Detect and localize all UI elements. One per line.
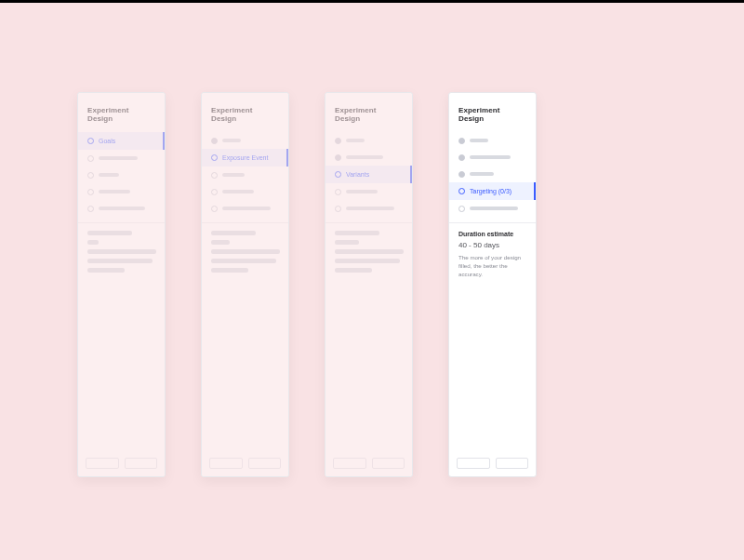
check-circle-icon bbox=[335, 154, 341, 161]
step-item[interactable] bbox=[326, 183, 412, 200]
placeholder-line bbox=[335, 249, 404, 254]
check-circle-icon bbox=[211, 138, 218, 144]
duration-estimate-section: Duration estimate 40 - 50 days The more … bbox=[449, 231, 536, 278]
check-circle-icon bbox=[458, 154, 465, 161]
card-footer bbox=[449, 458, 536, 469]
secondary-button[interactable] bbox=[86, 458, 119, 469]
placeholder-line bbox=[211, 249, 280, 254]
placeholder-line bbox=[211, 231, 256, 235]
step-item[interactable] bbox=[202, 183, 288, 200]
step-label: Exposure Event bbox=[222, 153, 268, 162]
content-placeholder bbox=[78, 231, 165, 273]
divider bbox=[202, 222, 288, 223]
steps-list: Variants bbox=[326, 132, 412, 217]
placeholder-line bbox=[470, 207, 518, 210]
step-item[interactable] bbox=[326, 132, 412, 149]
secondary-button[interactable] bbox=[209, 458, 243, 469]
placeholder-line bbox=[99, 173, 119, 177]
primary-button[interactable] bbox=[248, 458, 282, 469]
placeholder-line bbox=[222, 190, 254, 193]
card-title: Experiment Design bbox=[202, 106, 288, 132]
step-label: Targeting (0/3) bbox=[470, 187, 512, 195]
step-item[interactable] bbox=[202, 167, 288, 183]
experiment-design-card-3: Experiment Design Variants bbox=[325, 92, 413, 477]
primary-button[interactable] bbox=[496, 458, 529, 469]
step-label: Variants bbox=[346, 170, 369, 179]
radio-icon bbox=[211, 189, 218, 195]
radio-icon bbox=[211, 172, 218, 179]
card-footer bbox=[78, 458, 165, 469]
step-item[interactable] bbox=[326, 200, 412, 217]
placeholder-line bbox=[335, 231, 379, 235]
radio-icon bbox=[87, 138, 94, 144]
step-item[interactable] bbox=[78, 183, 165, 200]
check-circle-icon bbox=[335, 138, 341, 144]
placeholder-line bbox=[346, 207, 394, 210]
placeholder-line bbox=[335, 268, 372, 273]
radio-icon bbox=[335, 171, 341, 178]
step-item[interactable] bbox=[449, 200, 536, 217]
duration-estimate-value: 40 - 50 days bbox=[458, 241, 526, 249]
card-title: Experiment Design bbox=[449, 106, 536, 132]
check-circle-icon bbox=[458, 171, 465, 178]
placeholder-line bbox=[87, 249, 156, 254]
step-label: Goals bbox=[99, 137, 115, 145]
steps-list: Goals bbox=[78, 132, 165, 217]
secondary-button[interactable] bbox=[333, 458, 366, 469]
placeholder-line bbox=[87, 231, 132, 235]
radio-icon bbox=[335, 206, 341, 212]
radio-icon bbox=[458, 188, 465, 194]
step-item[interactable] bbox=[449, 132, 536, 149]
step-item[interactable] bbox=[202, 200, 288, 217]
radio-icon bbox=[458, 206, 465, 212]
divider bbox=[449, 222, 536, 223]
placeholder-line bbox=[470, 139, 488, 142]
step-item[interactable] bbox=[449, 166, 536, 182]
card-footer bbox=[326, 458, 412, 469]
primary-button[interactable] bbox=[372, 458, 405, 469]
duration-estimate-desc: The more of your design filled, the bett… bbox=[458, 253, 526, 278]
steps-list: Exposure Event bbox=[202, 132, 288, 217]
step-item[interactable] bbox=[326, 149, 412, 166]
primary-button[interactable] bbox=[125, 458, 158, 469]
placeholder-line bbox=[211, 268, 248, 273]
placeholder-line bbox=[87, 259, 153, 263]
step-item[interactable] bbox=[78, 200, 165, 217]
placeholder-line bbox=[222, 139, 241, 142]
radio-icon bbox=[87, 189, 94, 195]
content-placeholder bbox=[202, 231, 288, 273]
step-item[interactable] bbox=[78, 167, 165, 183]
step-item[interactable] bbox=[78, 150, 165, 167]
radio-icon bbox=[87, 155, 94, 162]
step-exposure-event[interactable]: Exposure Event bbox=[202, 149, 288, 167]
step-targeting[interactable]: Targeting (0/3) bbox=[449, 182, 536, 200]
placeholder-line bbox=[470, 172, 494, 176]
card-title: Experiment Design bbox=[326, 106, 412, 132]
step-variants[interactable]: Variants bbox=[326, 166, 412, 183]
divider bbox=[78, 222, 165, 223]
step-goals[interactable]: Goals bbox=[78, 132, 165, 150]
steps-list: Targeting (0/3) bbox=[449, 132, 536, 217]
radio-icon bbox=[211, 206, 218, 212]
secondary-button[interactable] bbox=[457, 458, 490, 469]
step-item[interactable] bbox=[202, 132, 288, 149]
card-title: Experiment Design bbox=[78, 106, 165, 132]
content-placeholder bbox=[326, 231, 412, 273]
placeholder-line bbox=[346, 155, 383, 159]
card-footer bbox=[202, 458, 288, 469]
placeholder-line bbox=[346, 190, 378, 193]
placeholder-line bbox=[335, 240, 359, 245]
radio-icon bbox=[87, 206, 94, 212]
placeholder-line bbox=[346, 139, 365, 142]
radio-icon bbox=[211, 154, 218, 161]
experiment-design-card-1: Experiment Design Goals bbox=[77, 92, 166, 477]
placeholder-line bbox=[99, 207, 145, 210]
step-item[interactable] bbox=[449, 149, 536, 166]
placeholder-line bbox=[222, 207, 271, 210]
divider bbox=[326, 222, 412, 223]
placeholder-line bbox=[335, 259, 400, 263]
radio-icon bbox=[87, 172, 94, 179]
radio-icon bbox=[335, 189, 341, 195]
placeholder-line bbox=[211, 259, 276, 263]
placeholder-line bbox=[99, 190, 130, 193]
